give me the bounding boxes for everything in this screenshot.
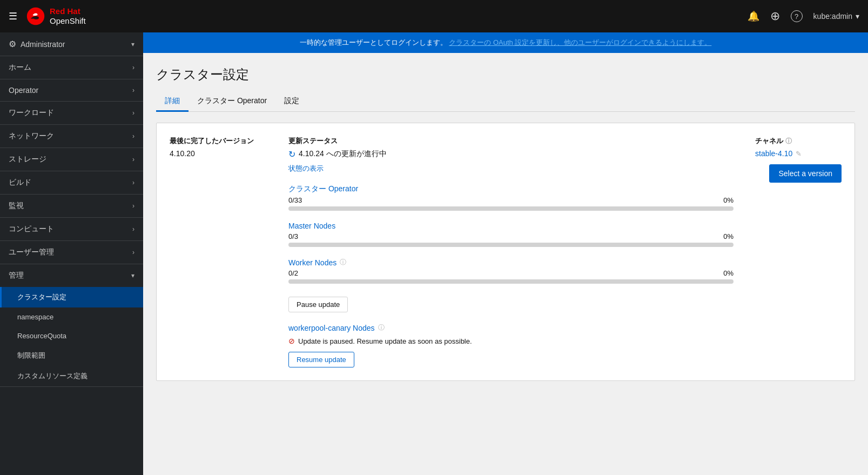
sidebar-item-resourcequota[interactable]: ResourceQuota bbox=[0, 326, 143, 345]
notification-icon[interactable]: 🔔 bbox=[748, 10, 759, 22]
sidebar-compute-label: コンピュート bbox=[9, 224, 54, 234]
workerpool-canary-header: workerpool-canary Nodes ⓘ bbox=[288, 323, 734, 332]
cluster-operator-header: クラスター Operator bbox=[288, 184, 734, 194]
chevron-right-icon: › bbox=[132, 64, 134, 71]
content-area: 一時的な管理ユーザーとしてログインします。 クラスターの OAuth 設定を更新… bbox=[143, 32, 868, 475]
chevron-right-icon: › bbox=[132, 225, 134, 233]
update-status-label: 更新ステータス bbox=[288, 136, 734, 146]
sidebar-workload-section: ワークロード › bbox=[0, 102, 143, 125]
tab-settings[interactable]: 設定 bbox=[275, 92, 308, 112]
sidebar-item-build[interactable]: ビルド › bbox=[0, 171, 143, 194]
sidebar-item-workload[interactable]: ワークロード › bbox=[0, 102, 143, 124]
help-icon[interactable]: ? bbox=[791, 10, 803, 22]
channel-link[interactable]: stable-4.10 bbox=[755, 149, 792, 158]
sidebar-storage-section: ストレージ › bbox=[0, 148, 143, 171]
master-nodes-progress-label: 0/3 bbox=[288, 232, 298, 240]
page-content: クラスター設定 詳細 クラスター Operator 設定 最後に完了したバージョ… bbox=[143, 53, 868, 475]
sidebar-item-network[interactable]: ネットワーク › bbox=[0, 125, 143, 148]
worker-nodes-progress-label: 0/2 bbox=[288, 269, 298, 277]
cluster-operator-link[interactable]: クラスター Operator bbox=[288, 184, 358, 194]
paused-status-row: ⊘ Update is paused. Resume update as soo… bbox=[288, 337, 734, 345]
chevron-right-icon: › bbox=[132, 156, 134, 163]
banner-text-prefix: 一時的な管理ユーザーとしてログインします。 bbox=[300, 38, 447, 46]
cluster-operator-progress-row: 0/33 0% bbox=[288, 196, 734, 204]
worker-nodes-progress-bar bbox=[288, 279, 734, 284]
view-status-link[interactable]: 状態の表示 bbox=[288, 164, 324, 173]
top-bar-right: 🔔 ⊕ ? kube:admin ▾ bbox=[748, 9, 859, 23]
sidebar-admin-section: ⚙ Administrator ▾ bbox=[0, 32, 143, 56]
sidebar-limitrange-label: 制限範囲 bbox=[17, 351, 45, 359]
user-menu[interactable]: kube:admin ▾ bbox=[813, 12, 859, 21]
worker-nodes-header: Worker Nodes ⓘ bbox=[288, 258, 734, 267]
sidebar-management-label: 管理 bbox=[9, 271, 24, 280]
channel-container: チャネル ⓘ stable-4.10 ✎ bbox=[755, 136, 842, 158]
add-icon[interactable]: ⊕ bbox=[770, 9, 780, 23]
workerpool-canary-link[interactable]: workerpool-canary Nodes bbox=[288, 324, 375, 332]
sidebar-item-storage[interactable]: ストレージ › bbox=[0, 148, 143, 171]
brand-redhat: Red Hat bbox=[50, 6, 86, 16]
channel-info-icon: ⓘ bbox=[785, 137, 792, 146]
chevron-right-icon: › bbox=[132, 86, 134, 94]
banner-link[interactable]: クラスターの OAuth 設定を更新し、他のユーザーがログインできるようにします… bbox=[449, 38, 711, 46]
sidebar-item-management[interactable]: 管理 ▾ bbox=[0, 264, 143, 287]
sidebar-customresource-label: カスタムリソース定義 bbox=[17, 372, 88, 380]
sidebar-item-administrator[interactable]: ⚙ Administrator ▾ bbox=[0, 32, 143, 56]
chevron-down-icon: ▾ bbox=[131, 41, 134, 48]
sidebar-admin-left: ⚙ Administrator bbox=[9, 39, 65, 49]
hamburger-menu[interactable]: ☰ bbox=[9, 10, 17, 22]
sidebar-item-customresource[interactable]: カスタムリソース定義 bbox=[0, 366, 143, 386]
worker-nodes-pct: 0% bbox=[723, 269, 734, 277]
update-status-col: 更新ステータス ↻ 4.10.24 への更新が進行中 状態の表示 クラスター O… bbox=[288, 136, 734, 367]
last-version-value: 4.10.20 bbox=[170, 149, 267, 158]
tab-cluster-operator[interactable]: クラスター Operator bbox=[189, 92, 275, 112]
master-nodes-link[interactable]: Master Nodes bbox=[288, 222, 335, 230]
spinner-icon: ↻ bbox=[288, 149, 295, 159]
sidebar-item-limitrange[interactable]: 制限範囲 bbox=[0, 345, 143, 366]
alert-banner: 一時的な管理ユーザーとしてログインします。 クラスターの OAuth 設定を更新… bbox=[143, 32, 868, 53]
brand-openshift: OpenShift bbox=[50, 16, 86, 26]
info-icon-canary: ⓘ bbox=[378, 323, 385, 332]
resume-update-button[interactable]: Resume update bbox=[288, 352, 354, 367]
sidebar-usermgmt-label: ユーザー管理 bbox=[9, 247, 54, 257]
select-version-button[interactable]: Select a version bbox=[769, 164, 842, 183]
sidebar-admin-label: Administrator bbox=[21, 40, 65, 49]
worker-nodes-section: Worker Nodes ⓘ 0/2 0% bbox=[288, 258, 734, 284]
sidebar-cluster-settings-label: クラスター設定 bbox=[17, 293, 66, 301]
master-nodes-section: Master Nodes 0/3 0% bbox=[288, 222, 734, 247]
sidebar-item-operator[interactable]: Operator › bbox=[0, 79, 143, 101]
last-version-col: 最後に完了したバージョン 4.10.20 bbox=[170, 136, 267, 367]
edit-icon[interactable]: ✎ bbox=[796, 150, 802, 158]
tabs: 詳細 クラスター Operator 設定 bbox=[156, 92, 855, 112]
sidebar-network-section: ネットワーク › bbox=[0, 125, 143, 148]
channel-row: stable-4.10 ✎ bbox=[755, 149, 842, 158]
sidebar-resourcequota-label: ResourceQuota bbox=[17, 332, 66, 340]
sidebar-usermgmt-section: ユーザー管理 › bbox=[0, 241, 143, 264]
cluster-operator-progress-label: 0/33 bbox=[288, 196, 302, 204]
chevron-right-icon: › bbox=[132, 249, 134, 256]
cluster-operator-pct: 0% bbox=[723, 196, 734, 204]
worker-nodes-progress-row: 0/2 0% bbox=[288, 269, 734, 277]
sidebar-item-monitor[interactable]: 監視 › bbox=[0, 195, 143, 217]
channel-col: チャネル ⓘ stable-4.10 ✎ Select a version bbox=[755, 136, 842, 367]
sidebar-item-compute[interactable]: コンピュート › bbox=[0, 218, 143, 240]
master-nodes-header: Master Nodes bbox=[288, 222, 734, 230]
sidebar: ⚙ Administrator ▾ ホーム › Operator › bbox=[0, 32, 143, 475]
sidebar-storage-label: ストレージ bbox=[9, 155, 46, 164]
sidebar-item-namespace[interactable]: namespace bbox=[0, 307, 143, 326]
sidebar-compute-section: コンピュート › bbox=[0, 218, 143, 241]
workerpool-canary-section: workerpool-canary Nodes ⓘ ⊘ Update is pa… bbox=[288, 323, 734, 367]
page-title: クラスター設定 bbox=[156, 66, 855, 83]
worker-nodes-link[interactable]: Worker Nodes bbox=[288, 258, 337, 267]
sidebar-item-cluster-settings[interactable]: クラスター設定 bbox=[0, 287, 143, 307]
chevron-right-icon: › bbox=[132, 202, 134, 210]
update-status-text: 4.10.24 への更新が進行中 bbox=[299, 149, 387, 159]
cluster-operator-section: クラスター Operator 0/33 0% bbox=[288, 184, 734, 211]
pause-update-button[interactable]: Pause update bbox=[288, 297, 348, 312]
brand-text: Red Hat OpenShift bbox=[50, 6, 86, 26]
sidebar-network-label: ネットワーク bbox=[9, 131, 54, 141]
sidebar-item-usermgmt[interactable]: ユーザー管理 › bbox=[0, 241, 143, 264]
update-status-row: ↻ 4.10.24 への更新が進行中 bbox=[288, 149, 734, 159]
tab-details[interactable]: 詳細 bbox=[156, 92, 189, 112]
user-chevron-icon: ▾ bbox=[856, 12, 859, 21]
sidebar-item-home[interactable]: ホーム › bbox=[0, 56, 143, 79]
